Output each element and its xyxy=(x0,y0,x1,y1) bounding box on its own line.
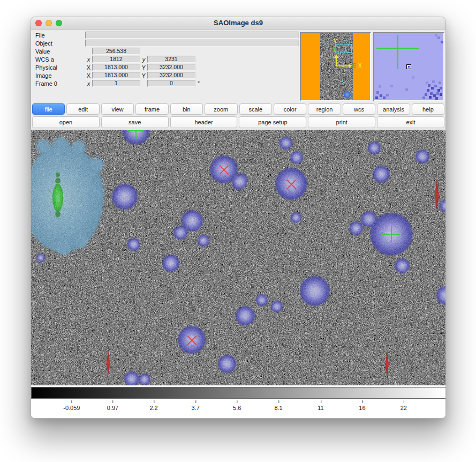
physical-y-field[interactable]: 3232.000 xyxy=(147,64,195,71)
menu-bar: file edit view frame bin zoom scale colo… xyxy=(31,103,445,115)
menu-region[interactable]: region xyxy=(308,103,341,115)
physical-label: Physical xyxy=(35,64,85,71)
star-blob xyxy=(173,226,187,240)
star-blob xyxy=(124,371,139,385)
magnifier-cursor-pixel xyxy=(406,64,411,69)
window-title: SAOImage ds9 xyxy=(31,17,445,29)
menu-bin[interactable]: bin xyxy=(170,103,203,115)
value-row: Value 256.538 xyxy=(35,48,300,55)
desktop: SAOImage ds9 File Object Value 256.538 xyxy=(0,0,476,462)
star-blob xyxy=(198,235,209,247)
star-blob xyxy=(279,137,292,150)
star-blob xyxy=(395,258,410,273)
star-blob xyxy=(300,276,330,306)
value-field[interactable]: 256.538 xyxy=(92,48,140,55)
image-x-label: X xyxy=(85,72,92,79)
colorbar-tick: 2.2 xyxy=(149,405,157,411)
menu-analysis[interactable]: analysis xyxy=(377,103,410,115)
star-blob xyxy=(162,255,179,272)
colorbar-section: -0.059 0.97 2.2 3.7 5.6 8.1 11 16 22 xyxy=(31,385,445,419)
file-menu-bar: open save header page setup print exit xyxy=(31,116,445,128)
menu-frame[interactable]: frame xyxy=(135,103,168,115)
image-y-field[interactable]: 3232.000 xyxy=(147,72,195,79)
magnifier[interactable] xyxy=(373,32,444,101)
frame-x-label: x xyxy=(85,80,92,87)
magnifier-pixels xyxy=(374,33,377,36)
panner-viewport-rect[interactable] xyxy=(335,44,352,53)
file-row: File xyxy=(35,32,300,39)
ds9-window: SAOImage ds9 File Object Value 256.538 xyxy=(31,17,446,419)
frame-rotation-field[interactable]: 0 xyxy=(147,80,195,87)
menu-scale[interactable]: scale xyxy=(239,103,272,115)
titlebar[interactable]: SAOImage ds9 xyxy=(31,17,445,29)
panner-x-axis-line xyxy=(336,65,349,66)
panner-star-blob xyxy=(344,91,351,98)
file-field[interactable] xyxy=(85,32,299,39)
greencross-marker[interactable] xyxy=(128,130,144,139)
file-label: File xyxy=(35,32,85,39)
open-button[interactable]: open xyxy=(32,116,100,128)
star-blob xyxy=(373,166,390,183)
menu-color[interactable]: color xyxy=(274,103,306,115)
colorbar-tick: 5.6 xyxy=(233,405,241,411)
colorbar-tick: 0.97 xyxy=(107,405,118,411)
image-canvas[interactable] xyxy=(31,130,446,385)
redx-marker[interactable] xyxy=(285,177,298,190)
menu-zoom[interactable]: zoom xyxy=(205,103,237,115)
physical-x-field[interactable]: 1813.000 xyxy=(92,64,140,71)
star-blob xyxy=(236,306,255,325)
panner-x-axis-label: X xyxy=(358,63,362,69)
degree-suffix: ° xyxy=(195,80,200,86)
close-button[interactable] xyxy=(35,20,42,26)
menu-file[interactable]: file xyxy=(32,103,65,115)
page-setup-button[interactable]: page setup xyxy=(239,116,306,128)
redx-marker[interactable] xyxy=(186,334,198,346)
colorbar-tick: 3.7 xyxy=(192,405,200,411)
object-row: Object xyxy=(35,40,300,47)
menu-help[interactable]: help xyxy=(412,103,444,115)
wcs-label: WCS a xyxy=(35,56,85,63)
panner-east-label: E xyxy=(352,63,356,69)
saturated-core xyxy=(52,184,63,212)
colorbar-tick: 16 xyxy=(359,405,365,411)
exit-button[interactable]: exit xyxy=(377,116,444,128)
image-y-label: Y xyxy=(140,72,147,79)
wcs-row: WCS a x 1812 y 3231 xyxy=(35,56,300,63)
minimize-button[interactable] xyxy=(46,20,52,26)
menu-edit[interactable]: edit xyxy=(66,103,99,115)
image-label: Image xyxy=(35,72,85,79)
menu-wcs[interactable]: wcs xyxy=(343,103,375,115)
wcs-y-field[interactable]: 3231 xyxy=(147,56,195,63)
physical-row: Physical X 1813.000 Y 3232.000 xyxy=(35,64,300,71)
colorbar[interactable] xyxy=(31,387,446,399)
print-button[interactable]: print xyxy=(308,116,375,128)
fullscreen-button[interactable] xyxy=(56,20,62,26)
info-bar: File Object Value 256.538 WCS a x 1812 y xyxy=(31,29,445,102)
saturated-galaxy-region xyxy=(31,139,113,260)
save-button[interactable]: save xyxy=(101,116,169,128)
physical-y-label: Y xyxy=(140,64,147,71)
physical-x-label: X xyxy=(85,64,92,71)
colorbar-tick: -0.059 xyxy=(63,405,80,411)
star-blob xyxy=(256,294,268,306)
object-field[interactable] xyxy=(85,40,299,47)
panner[interactable]: Y N E X xyxy=(300,32,371,101)
value-label: Value xyxy=(35,48,85,55)
header-button[interactable]: header xyxy=(170,116,238,128)
panner-north-label: N xyxy=(333,47,336,52)
star-blob xyxy=(415,150,429,163)
image-x-field[interactable]: 1813.000 xyxy=(92,72,140,79)
redx-marker[interactable] xyxy=(218,163,230,175)
frame-zoom-field[interactable]: 1 xyxy=(92,80,140,87)
star-blob xyxy=(218,355,236,373)
colorbar-tick: 22 xyxy=(401,405,407,411)
greencross-marker[interactable] xyxy=(382,225,401,243)
menu-view[interactable]: view xyxy=(101,103,134,115)
frame-row: Frame 0 x 1 0 ° xyxy=(35,80,300,87)
star-blob xyxy=(361,211,377,227)
wcs-y-label: y xyxy=(140,56,147,63)
star-blob xyxy=(290,151,303,164)
colorbar-scale: -0.059 0.97 2.2 3.7 5.6 8.1 11 16 22 xyxy=(31,400,445,418)
traffic-lights xyxy=(35,20,62,26)
wcs-x-field[interactable]: 1812 xyxy=(92,56,140,63)
